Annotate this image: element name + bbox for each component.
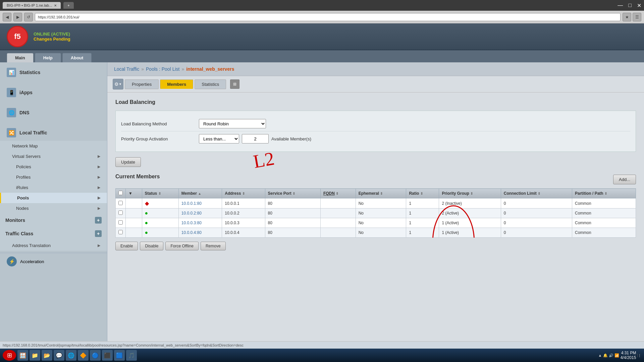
back-button[interactable]: ◀	[3, 13, 11, 21]
ephemeral-col-label: Ephemeral	[359, 191, 379, 196]
col-status[interactable]: Status ⇕	[142, 189, 178, 198]
col-address[interactable]: Address ⇕	[222, 189, 265, 198]
row-checkbox-cell	[116, 228, 126, 238]
menu-btn[interactable]: ☰	[633, 13, 641, 21]
tab-external-icon[interactable]: ⊞	[230, 79, 239, 89]
taskbar-sys-tray: ▲ 🔔 🔊 📶	[598, 353, 619, 358]
browser-tab-active[interactable]: BIG-IP® • BIG-IP 1.ne.lab... ✕	[3, 2, 61, 9]
policies-label: Policies	[16, 164, 31, 169]
table-row: ● 10.0.0.4:80 10.0.0.4 80 No 1 1 (Active…	[116, 228, 636, 238]
taskbar-icon-2[interactable]: 📁	[30, 350, 40, 361]
row-checkbox-cell	[116, 208, 126, 218]
row-ephemeral-2: No	[356, 218, 406, 228]
sidebar-section-acceleration[interactable]: ⚡ Acceleration	[0, 253, 107, 270]
sidebar-item-addresstranslation[interactable]: Address Translation ▶	[0, 240, 107, 251]
taskbar-icon-5[interactable]: 🌐	[66, 350, 76, 361]
priority-number-input[interactable]	[242, 134, 269, 143]
row-address-3: 10.0.0.4	[222, 228, 265, 238]
select-all-checkbox[interactable]	[118, 191, 123, 195]
sidebar-item-policies[interactable]: Policies ▶	[0, 162, 107, 172]
update-button[interactable]: Update	[115, 157, 141, 167]
addresstranslation-label: Address Translation	[12, 243, 51, 248]
taskbar-icon-8[interactable]: ⬛	[102, 350, 113, 361]
tab-close-btn[interactable]: ✕	[54, 4, 57, 7]
taskbar-icon-4[interactable]: 💬	[54, 350, 64, 361]
load-balancing-form: Load Balancing Method Round Robin Priori…	[115, 111, 636, 152]
sidebar-item-profiles[interactable]: Profiles ▶	[0, 172, 107, 182]
window-maximize-btn[interactable]: □	[628, 2, 632, 8]
row-checkbox-3[interactable]	[118, 230, 123, 234]
window-close-btn[interactable]: ✕	[637, 2, 641, 9]
sidebar-item-pools[interactable]: Pools ▶	[0, 193, 107, 203]
col-service-port[interactable]: Service Port ⇕	[265, 189, 320, 198]
nav-tab-main[interactable]: Main	[7, 53, 34, 62]
breadcrumb-pools[interactable]: Pools : Pool List	[146, 66, 179, 72]
taskbar-icon-7[interactable]: 🔵	[90, 350, 101, 361]
sidebar-item-statistics[interactable]: 📊 Statistics	[0, 64, 107, 80]
sidebar-item-iapps[interactable]: 📱 iApps	[0, 84, 107, 101]
sidebar-item-dns[interactable]: 🌐 DNS	[0, 105, 107, 121]
service-port-sort-icon: ⇕	[292, 192, 295, 195]
col-partition-path[interactable]: Partition / Path ⇕	[572, 189, 636, 198]
row-checkbox-1[interactable]	[118, 210, 123, 215]
browser-tab-new[interactable]: +	[63, 2, 73, 9]
monitors-plus-btn[interactable]: +	[95, 217, 102, 224]
tab-properties[interactable]: Properties	[125, 79, 159, 89]
taskbar-icon-1[interactable]: 🪟	[17, 350, 28, 361]
sidebar-item-localtraffic[interactable]: 🔀 Local Traffic	[0, 125, 107, 141]
profiles-label: Profiles	[16, 175, 31, 180]
sidebar-item-monitors[interactable]: Monitors +	[0, 214, 107, 227]
nav-tabs: Main Help About	[0, 50, 644, 62]
lb-method-select[interactable]: Round Robin	[199, 119, 266, 128]
enable-button[interactable]: Enable	[115, 242, 138, 250]
member-link-3[interactable]: 10.0.0.4:80	[181, 230, 202, 235]
tab-members[interactable]: Members	[160, 79, 193, 89]
taskbar-icon-10[interactable]: 🎵	[126, 350, 137, 361]
nav-tab-about[interactable]: About	[62, 53, 92, 62]
reload-button[interactable]: ↺	[24, 13, 33, 21]
sidebar-item-irules[interactable]: iRules ▶	[0, 182, 107, 193]
taskbar-icon-3[interactable]: 📂	[42, 350, 52, 361]
iapps-label: iApps	[19, 90, 33, 95]
sidebar-item-nodes[interactable]: Nodes ▶	[0, 203, 107, 214]
service-port-col-label: Service Port	[268, 191, 291, 196]
breadcrumb-localtraffic[interactable]: Local Traffic	[114, 66, 139, 72]
member-link-0[interactable]: 10.0.0.1:80	[181, 201, 202, 206]
col-priority-group[interactable]: Priority Group ⇕	[439, 189, 501, 198]
sidebar-item-virtualservers[interactable]: Virtual Servers ▶	[0, 151, 107, 162]
col-ratio[interactable]: Ratio ⇕	[406, 189, 439, 198]
start-button[interactable]: ⊞	[3, 350, 16, 361]
taskbar-time-value: 4:31 PM	[621, 351, 636, 355]
force-offline-button[interactable]: Force Offline	[165, 242, 198, 250]
taskbar-show-desktop[interactable]: |	[637, 354, 641, 357]
col-fqdn[interactable]: FQDN ⇕	[320, 189, 356, 198]
priority-select[interactable]: Less than...	[199, 134, 239, 143]
status-indicator-0: ◆	[145, 200, 149, 206]
address-bar[interactable]	[35, 13, 621, 21]
remove-button[interactable]: Remove	[201, 242, 226, 250]
nav-tab-help[interactable]: Help	[35, 53, 61, 62]
row-checkbox-2[interactable]	[118, 220, 123, 225]
connection-limit-col-label: Connection Limit	[504, 191, 537, 196]
gear-button[interactable]: ⚙▼	[113, 79, 123, 89]
window-minimize-btn[interactable]: —	[618, 2, 623, 8]
tab-statistics[interactable]: Statistics	[195, 79, 226, 89]
member-link-1[interactable]: 10.0.0.2:80	[181, 211, 202, 216]
col-ephemeral[interactable]: Ephemeral ⇕	[356, 189, 406, 198]
taskbar-icon-9[interactable]: 🟦	[114, 350, 125, 361]
row-address-1: 10.0.0.2	[222, 208, 265, 218]
filter-icon[interactable]: ▼	[128, 191, 132, 196]
row-checkbox-0[interactable]	[118, 201, 123, 205]
trafficclass-plus-btn[interactable]: +	[95, 230, 102, 237]
disable-button[interactable]: Disable	[140, 242, 163, 250]
add-member-button[interactable]: Add...	[613, 175, 636, 184]
sidebar-item-trafficclass[interactable]: Traffic Class +	[0, 227, 107, 240]
col-member[interactable]: Member ▲	[178, 189, 222, 198]
sidebar-section-dns: 🌐 DNS	[0, 103, 107, 123]
taskbar-icon-6[interactable]: 🔶	[78, 350, 89, 361]
col-connection-limit[interactable]: Connection Limit ⇕	[501, 189, 572, 198]
sidebar-item-networkmap[interactable]: Network Map	[0, 141, 107, 151]
member-link-2[interactable]: 10.0.0.3:80	[181, 221, 202, 225]
bookmark-btn[interactable]: ★	[623, 13, 631, 21]
forward-button[interactable]: ▶	[13, 13, 22, 21]
